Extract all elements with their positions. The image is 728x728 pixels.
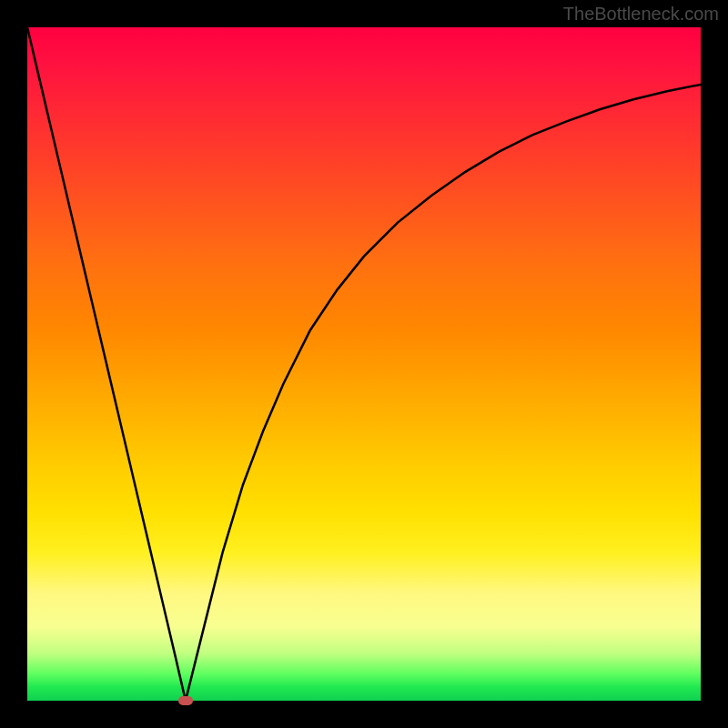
bottleneck-curve-svg — [27, 27, 701, 701]
minimum-marker — [178, 696, 193, 705]
bottleneck-curve-path — [27, 27, 701, 701]
watermark-text: TheBottleneck.com — [563, 4, 719, 25]
